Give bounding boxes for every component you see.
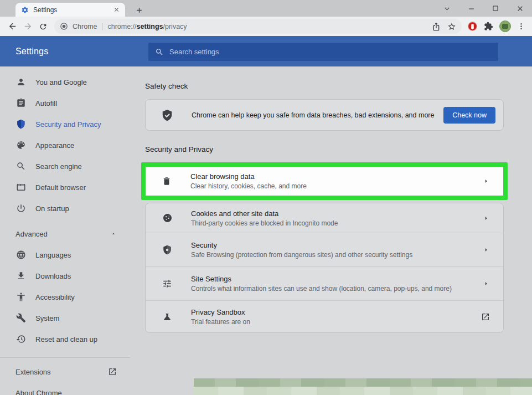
- address-bar[interactable]: Chrome chrome://settings/privacy: [54, 19, 462, 34]
- profile-avatar[interactable]: [499, 20, 511, 32]
- row-subtitle: Third-party cookies are blocked in Incog…: [191, 219, 476, 227]
- history-icon: [16, 334, 27, 344]
- settings-header: Settings: [0, 36, 532, 66]
- row-security[interactable]: Security Safe Browsing (protection from …: [146, 233, 503, 266]
- tab-settings[interactable]: Settings: [16, 3, 125, 17]
- back-icon[interactable]: [4, 19, 20, 34]
- shield-icon: [161, 245, 173, 255]
- trash-icon: [161, 176, 173, 186]
- tab-title: Settings: [33, 6, 112, 14]
- sidebar-item-reset-and-clean-up[interactable]: Reset and clean up: [0, 329, 130, 350]
- caret-up-icon: [110, 230, 117, 237]
- tab-strip: Settings: [0, 0, 532, 17]
- row-title: Site Settings: [191, 275, 476, 283]
- sidebar-item-downloads[interactable]: Downloads: [0, 265, 130, 286]
- adblock-icon[interactable]: [467, 21, 478, 32]
- sidebar-advanced-toggle[interactable]: Advanced: [0, 223, 130, 244]
- sidebar-item-about-chrome[interactable]: About Chrome: [0, 382, 130, 395]
- search-icon: [16, 161, 27, 171]
- gear-icon: [21, 6, 29, 14]
- row-cookies[interactable]: Cookies and other site data Third-party …: [146, 203, 503, 233]
- window-controls: [435, 0, 532, 17]
- sidebar-item-autofill[interactable]: Autofill: [0, 93, 130, 114]
- row-title: Cookies and other site data: [191, 209, 476, 218]
- chevron-right-icon: [482, 280, 490, 288]
- palette-icon: [16, 140, 27, 150]
- sidebar-item-accessibility[interactable]: Accessibility: [0, 286, 130, 307]
- power-icon: [16, 203, 27, 213]
- chevron-right-icon: [482, 177, 490, 185]
- bookmark-star-icon[interactable]: [447, 22, 456, 31]
- extensions-puzzle-icon[interactable]: [484, 22, 493, 31]
- clipboard-icon: [16, 98, 27, 108]
- wrench-icon: [16, 313, 27, 323]
- row-subtitle: Clear history, cookies, cache, and more: [190, 182, 476, 190]
- globe-icon: [16, 250, 27, 260]
- site-label: Chrome: [73, 23, 97, 30]
- settings-search-input[interactable]: [169, 48, 492, 56]
- sidebar-item-languages[interactable]: Languages: [0, 244, 130, 265]
- share-icon[interactable]: [432, 22, 441, 31]
- page-info-icon[interactable]: [60, 22, 68, 30]
- settings-sidebar: You and Google Autofill Security and Pri…: [0, 66, 130, 395]
- sidebar-item-extensions[interactable]: Extensions: [0, 361, 130, 382]
- new-tab-icon[interactable]: [133, 4, 145, 16]
- browser-window-icon: [16, 182, 27, 192]
- row-title: Privacy Sandbox: [191, 308, 474, 316]
- shield-icon: [16, 119, 27, 129]
- flask-icon: [161, 312, 173, 322]
- row-subtitle: Safe Browsing (protection from dangerous…: [191, 251, 476, 259]
- accessibility-icon: [16, 292, 27, 302]
- person-icon: [16, 77, 27, 87]
- shield-check-icon: [161, 109, 173, 121]
- row-site-settings[interactable]: Site Settings Controls what information …: [146, 266, 503, 300]
- safety-check-heading: Safety check: [145, 82, 504, 90]
- security-privacy-heading: Security and Privacy: [145, 145, 504, 153]
- reload-icon[interactable]: [35, 19, 51, 34]
- row-subtitle: Controls what information sites can use …: [191, 285, 476, 293]
- highlight-box: Clear browsing data Clear history, cooki…: [141, 162, 508, 200]
- minimize-icon[interactable]: [459, 0, 483, 17]
- download-icon: [16, 271, 27, 281]
- sidebar-item-you-and-google[interactable]: You and Google: [0, 71, 130, 93]
- row-privacy-sandbox[interactable]: Privacy Sandbox Trial features are on: [146, 300, 503, 332]
- sidebar-divider: [0, 357, 130, 358]
- row-subtitle: Trial features are on: [191, 318, 474, 326]
- more-menu-icon[interactable]: [517, 22, 525, 30]
- check-now-button[interactable]: Check now: [443, 107, 495, 124]
- sidebar-item-appearance[interactable]: Appearance: [0, 135, 130, 156]
- tune-icon: [161, 279, 173, 289]
- maximize-icon[interactable]: [483, 0, 508, 17]
- search-icon: [155, 48, 164, 57]
- sidebar-item-security-and-privacy[interactable]: Security and Privacy: [0, 114, 130, 135]
- external-link-icon: [108, 367, 117, 376]
- url-separator: [102, 23, 102, 30]
- sidebar-item-system[interactable]: System: [0, 307, 130, 329]
- row-title: Security: [191, 241, 476, 249]
- settings-search-box[interactable]: [148, 43, 498, 61]
- chevron-down-icon[interactable]: [435, 0, 459, 17]
- chevron-right-icon: [482, 246, 490, 254]
- row-clear-browsing-data[interactable]: Clear browsing data Clear history, cooki…: [146, 167, 503, 196]
- sidebar-item-on-startup[interactable]: On startup: [0, 198, 130, 219]
- tab-close-icon[interactable]: [112, 6, 121, 14]
- forward-icon[interactable]: [20, 19, 35, 34]
- window-close-icon[interactable]: [508, 0, 532, 17]
- row-title: Clear browsing data: [190, 172, 476, 181]
- external-link-icon[interactable]: [481, 312, 490, 321]
- chrome-settings-window: Settings: [0, 0, 532, 395]
- cookie-icon: [161, 213, 173, 223]
- page-title: Settings: [16, 47, 48, 57]
- privacy-rows-card: Cookies and other site data Third-party …: [145, 203, 504, 333]
- url-text: chrome://settings/privacy: [107, 23, 187, 30]
- chevron-right-icon: [482, 214, 490, 222]
- browser-toolbar: Chrome chrome://settings/privacy: [0, 17, 532, 36]
- safety-check-card: Chrome can help keep you safe from data …: [145, 99, 504, 131]
- settings-main: Safety check Chrome can help keep you sa…: [145, 66, 504, 395]
- sidebar-item-default-browser[interactable]: Default browser: [0, 177, 130, 198]
- safety-check-message: Chrome can help keep you safe from data …: [192, 111, 443, 119]
- sidebar-item-search-engine[interactable]: Search engine: [0, 156, 130, 177]
